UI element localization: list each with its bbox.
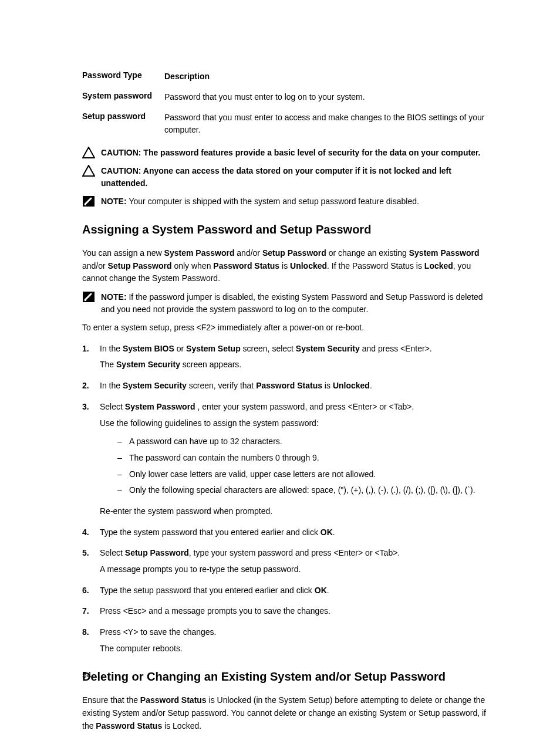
intro-paragraph: You can assign a new System Password and… — [82, 247, 490, 285]
table-header-col1: Password Type — [82, 70, 164, 80]
table-header-row: Password Type Description — [82, 70, 490, 83]
caution-icon — [82, 165, 95, 177]
table-header-col2: Description — [164, 70, 490, 83]
section-heading: Deleting or Changing an Existing System … — [82, 670, 490, 684]
document-page: Password Type Description System passwor… — [0, 0, 560, 744]
step-item: 2. In the System Security screen, verify… — [82, 380, 490, 393]
table-cell: Setup password — [82, 111, 164, 121]
table-cell: Password that you must enter to access a… — [164, 111, 490, 136]
section-heading: Assigning a System Password and Setup Pa… — [82, 223, 490, 236]
list-item: –Only lower case letters are valid, uppe… — [117, 468, 490, 481]
step-item: 1. In the System BIOS or System Setup sc… — [82, 343, 490, 371]
outro-paragraph: Ensure that the Password Status is Unloc… — [82, 694, 490, 732]
guidelines-list: –A password can have up to 32 characters… — [117, 435, 490, 497]
step-item: 8. Press <Y> to save the changes. The co… — [82, 626, 490, 655]
step-item: 3. Select System Password , enter your s… — [82, 401, 490, 518]
steps-list: 1. In the System BIOS or System Setup sc… — [82, 343, 490, 655]
caution-text: CAUTION: The password features provide a… — [101, 147, 490, 159]
step-item: 4. Type the system password that you ent… — [82, 526, 490, 539]
step-item: 6. Type the setup password that you ente… — [82, 584, 490, 597]
password-type-table: Password Type Description System passwor… — [82, 70, 490, 136]
svg-marker-0 — [83, 147, 95, 158]
note-admonition: NOTE: If the password jumper is disabled… — [82, 291, 490, 316]
enter-setup-paragraph: To enter a system setup, press <F2> imme… — [82, 322, 490, 334]
table-row: System password Password that you must e… — [82, 91, 490, 103]
table-cell: Password that you must enter to log on t… — [164, 91, 490, 103]
note-admonition: NOTE: Your computer is shipped with the … — [82, 195, 490, 208]
table-cell: System password — [82, 91, 164, 100]
caution-text: CAUTION: Anyone can access the data stor… — [101, 165, 490, 190]
page-number: 54 — [82, 670, 92, 679]
caution-icon — [82, 147, 95, 158]
note-icon — [82, 291, 95, 303]
note-icon — [82, 195, 95, 207]
list-item: –A password can have up to 32 characters… — [117, 435, 490, 448]
step-item: 5. Select Setup Password, type your syst… — [82, 547, 490, 576]
caution-admonition: CAUTION: Anyone can access the data stor… — [82, 165, 490, 190]
caution-admonition: CAUTION: The password features provide a… — [82, 147, 490, 159]
note-text: NOTE: Your computer is shipped with the … — [101, 195, 490, 208]
svg-marker-1 — [83, 165, 95, 176]
list-item: –Only the following special characters a… — [117, 484, 490, 497]
step-item: 7. Press <Esc> and a message prompts you… — [82, 605, 490, 618]
table-row: Setup password Password that you must en… — [82, 111, 490, 136]
list-item: –The password can contain the numbers 0 … — [117, 452, 490, 465]
note-text: NOTE: If the password jumper is disabled… — [101, 291, 490, 316]
